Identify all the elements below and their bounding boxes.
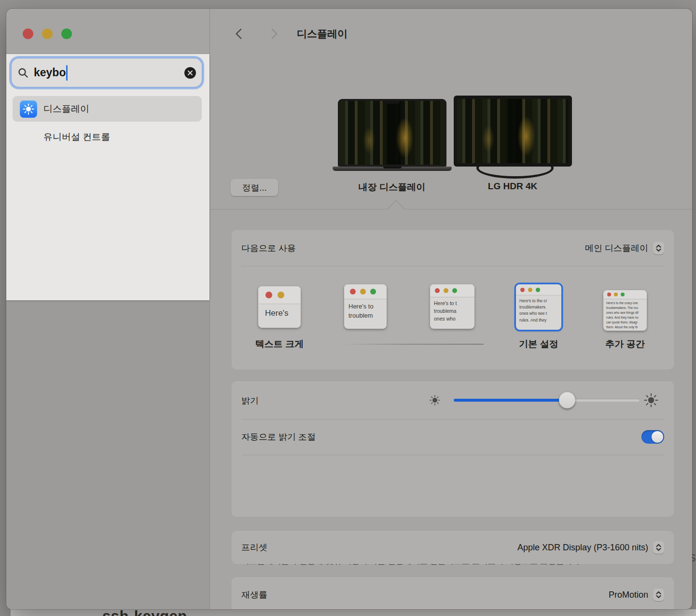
preset-value: Apple XDR Display (P3-1600 nits): [517, 543, 648, 553]
slider-fill: [454, 399, 567, 402]
sidebar-item-displays[interactable]: 디스플레이: [13, 96, 202, 122]
row-divider: [241, 419, 664, 420]
refresh-rate-label: 재생률: [241, 589, 267, 601]
selected-display-caret: [387, 200, 405, 218]
arrange-button[interactable]: 정렬...: [231, 179, 278, 196]
scaling-label-larger-text: 텍스트 크게: [243, 338, 316, 350]
page-title: 디스플레이: [297, 27, 348, 41]
auto-brightness-toggle[interactable]: [641, 430, 664, 444]
brightness-slider-thumb[interactable]: [559, 392, 575, 408]
search-icon: [17, 67, 29, 79]
laptop-notch: [385, 101, 400, 104]
wallpaper-image: [340, 101, 445, 165]
preset-dropdown[interactable]: Apple XDR Display (P3-1600 nits): [517, 541, 664, 554]
scaling-option-larger-text[interactable]: Here's: [258, 286, 301, 328]
mini-window-titlebar: [344, 284, 387, 299]
preset-card: 프리셋 Apple XDR Display (P3-1600 nits): [232, 531, 674, 564]
fullscreen-button[interactable]: [61, 28, 72, 39]
auto-brightness-label: 자동으로 밝기 조절: [241, 431, 316, 443]
search-text: keybo: [34, 66, 66, 79]
up-down-chevron-icon: [653, 242, 664, 254]
up-down-chevron-icon: [653, 541, 664, 554]
scaling-tick-line: [341, 344, 484, 345]
back-button[interactable]: [232, 26, 247, 42]
refresh-rate-card: 재생률 ProMotion: [232, 577, 674, 609]
sidebar-item-label: 유니버설 컨트롤: [43, 131, 110, 143]
monitor-bezel: [454, 96, 572, 167]
mini-window-titlebar: [516, 284, 561, 295]
up-down-chevron-icon: [653, 588, 664, 601]
desktop: ssh-keygen s keybo: [0, 0, 696, 616]
mini-window-titlebar: [603, 290, 647, 299]
scaling-option-3[interactable]: Here's to t troublema ones who: [430, 284, 474, 329]
search-input[interactable]: keybo: [12, 58, 202, 87]
brightness-icon: [20, 100, 37, 118]
use-as-dropdown[interactable]: 메인 디스플레이: [585, 242, 664, 254]
background-window-strip: ssh-keygen: [11, 609, 696, 616]
row-divider: [241, 455, 664, 455]
row-divider: [241, 266, 664, 266]
display-name-lg: LG HDR 4K: [459, 181, 566, 192]
wallpaper-image: [457, 99, 569, 163]
brightness-slider[interactable]: [454, 399, 640, 402]
section-divider: [210, 209, 692, 210]
sidebar-dimmed-area: [6, 300, 209, 609]
sidebar: keybo: [6, 9, 210, 609]
chevron-left-icon: [236, 28, 247, 40]
display-settings-pane: 디스플레이 정렬... 내장 디스플레이 LG HDR 4K: [210, 9, 692, 609]
close-button[interactable]: [23, 28, 33, 39]
brightness-low-icon: [429, 394, 441, 408]
resolution-card: 다음으로 사용 메인 디스플레이 Here's: [232, 230, 674, 369]
refresh-rate-value: ProMotion: [609, 590, 648, 600]
laptop-base: [333, 167, 452, 171]
laptop-screen: [338, 99, 446, 167]
preset-label: 프리셋: [241, 542, 267, 553]
sidebar-item-universal-control[interactable]: 유니버설 컨트롤: [13, 127, 202, 147]
use-as-value: 메인 디스플레이: [585, 242, 648, 254]
scaling-label-default: 기본 설정: [502, 338, 575, 350]
scaling-option-more-space[interactable]: Here's to the crazy one troublemakers. T…: [603, 290, 647, 331]
window-controls: [23, 28, 72, 39]
use-as-label: 다음으로 사용: [241, 242, 296, 254]
forward-button[interactable]: [266, 26, 281, 42]
text-cursor: [66, 65, 68, 81]
brightness-high-icon: [643, 392, 659, 410]
brightness-card: 밝기: [232, 381, 674, 517]
brightness-label: 밝기: [241, 395, 259, 406]
mini-window-titlebar: [258, 286, 301, 304]
scaling-option-2[interactable]: Here's to troublem: [344, 284, 387, 329]
system-settings-window: keybo: [6, 9, 692, 609]
refresh-rate-dropdown[interactable]: ProMotion: [609, 588, 664, 601]
minimize-button[interactable]: [42, 28, 53, 39]
chevron-right-icon: [267, 28, 278, 40]
search-results-panel: keybo: [6, 54, 209, 300]
scaling-option-default[interactable]: Here's to the cr troublemakers. ones who…: [516, 284, 561, 330]
scaling-label-more-space: 추가 공간: [589, 338, 661, 350]
sidebar-item-label: 디스플레이: [43, 103, 89, 115]
toggle-knob: [652, 431, 663, 443]
display-name-builtin: 내장 디스플레이: [339, 181, 445, 194]
clear-search-button[interactable]: [184, 67, 196, 79]
mini-window-titlebar: [430, 284, 474, 297]
